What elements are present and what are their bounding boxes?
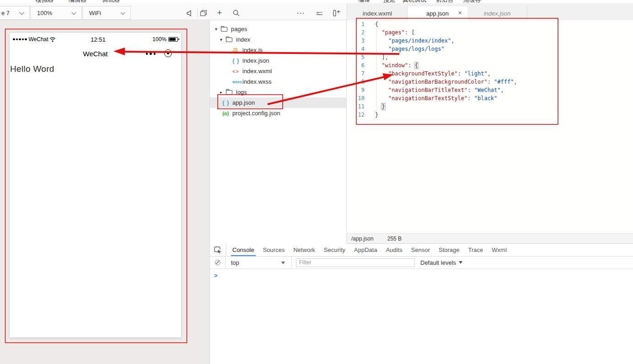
add-file-button[interactable]: + (214, 6, 225, 20)
phone-screen: WeChat 12:51 100% WeChat Hello Word (10, 33, 181, 337)
tree-item-index-wxss[interactable]: wxssindex.wxss (210, 76, 346, 87)
float-window-button[interactable] (198, 6, 209, 20)
console-prompt-icon[interactable]: > (214, 272, 218, 279)
menu-item-compile[interactable]: 编译 (358, 0, 370, 3)
tree-item-label: project.config.json (232, 110, 280, 117)
devtools-tab-security[interactable]: Security (322, 244, 347, 256)
capsule-more-button[interactable] (146, 53, 156, 55)
default-levels-label: Default levels (420, 259, 456, 266)
line-number: 3 (347, 37, 365, 45)
menu-item-real-device-debug[interactable]: 真机调试 (402, 0, 426, 3)
inspect-element-icon (214, 246, 222, 254)
menu-item-debugger[interactable]: 调试器 (102, 0, 120, 3)
code-editor[interactable]: 1{2 "pages": [3 "pages/index/index",4 "p… (347, 20, 633, 233)
menu-item-clear-cache[interactable]: 清缓存 (463, 0, 481, 3)
devtools-tab-wxml[interactable]: Wxml (490, 244, 508, 256)
tree-item-pages[interactable]: pages (210, 24, 346, 34)
line-number: 7 (347, 70, 365, 78)
mute-button[interactable] (184, 6, 196, 20)
signal-dots-icon (13, 38, 27, 41)
more-button[interactable]: ··· (295, 6, 307, 20)
inspect-button[interactable] (210, 244, 226, 256)
devtools-tab-appdata[interactable]: AppData (353, 244, 379, 256)
tab-label: index.wxml (363, 10, 392, 17)
expand-arrow-icon[interactable] (215, 27, 221, 32)
expand-arrow-icon[interactable] (220, 90, 226, 95)
tree-item-label: index.json (242, 57, 269, 64)
device-select-value: e 7 (1, 10, 10, 16)
code-line: 8 "navigationBarBackgroundColor": "#fff"… (347, 78, 633, 86)
sort-list-icon (316, 11, 323, 16)
default-levels-select[interactable]: Default levels (420, 259, 462, 266)
wechat-devtools-window: 模拟器编辑器调试器编译预览真机调试切后台清缓存 e 7 100% WiFi (0, 0, 633, 364)
tree-item-index[interactable]: index (210, 34, 346, 45)
chevron-down-icon (72, 11, 76, 15)
tree-item-app-json[interactable]: { }app.json (210, 97, 346, 108)
network-select-value: WiFi (89, 10, 101, 16)
devtools-tab-console[interactable]: Console (231, 244, 256, 256)
tree-item-logs[interactable]: logs (210, 87, 346, 97)
close-tab-icon[interactable]: × (458, 9, 462, 16)
devtools-tab-audits[interactable]: Audits (385, 244, 404, 256)
context-select[interactable]: top (225, 257, 292, 268)
collapse-sidebar-button[interactable] (330, 6, 343, 20)
menu-item-simulator[interactable]: 模拟器 (36, 0, 54, 3)
tree-item-index-wxml[interactable]: <>index.wxml (210, 66, 346, 76)
expand-arrow-icon[interactable] (220, 37, 226, 42)
json-icon: { } (232, 58, 240, 64)
line-number: 11 (347, 102, 365, 111)
header: 模拟器编辑器调试器编译预览真机调试切后台清缓存 e 7 100% WiFi (0, 0, 633, 20)
dropdown-arrow-icon (281, 262, 285, 264)
devtools-tab-storage[interactable]: Storage (437, 244, 461, 256)
dropdown-arrow-icon (459, 261, 462, 264)
collapse-panel-icon (333, 10, 341, 16)
simulator-panel: WeChat 12:51 100% WeChat Hello Word (0, 20, 210, 364)
code-line: 10 "navigationBarTextStyle": "black" (347, 94, 633, 102)
menu-item-preview[interactable]: 预览 (383, 0, 395, 3)
plus-icon: + (217, 8, 222, 18)
battery-percent-label: 100% (152, 36, 166, 43)
editor-tab-bar: index.wxml app.json × index.json (347, 3, 633, 20)
tree-item-label: app.json (232, 99, 255, 106)
folder-icon (226, 90, 232, 95)
clear-console-icon (215, 260, 220, 265)
tree-item-index-js[interactable]: JSindex.js (210, 45, 346, 55)
devtools-tab-trace[interactable]: Trace (467, 244, 485, 256)
restore-window-icon (200, 10, 207, 16)
tree-item-label: logs (236, 89, 247, 96)
capsule-exit-button[interactable] (164, 49, 172, 57)
devtools-tab-sources[interactable]: Sources (262, 244, 286, 256)
search-button[interactable] (230, 6, 242, 20)
tab-index-wxml[interactable]: index.wxml (348, 6, 408, 20)
code-line: 5 ], (347, 53, 633, 61)
tree-item-project-config-json[interactable]: {o}project.config.json (210, 108, 346, 118)
devtools-tab-sensor[interactable]: Sensor (410, 244, 431, 256)
line-number: 4 (347, 45, 365, 53)
search-icon (233, 10, 240, 16)
editor-status-bar: /app.json 255 B (347, 233, 633, 244)
code-line: 12} (347, 111, 633, 119)
zoom-select[interactable]: 100% (30, 6, 82, 20)
ellipsis-icon: ··· (297, 9, 305, 17)
menu-item-editor[interactable]: 编辑器 (69, 0, 86, 3)
code-line: 4 "pages/logs/logs" (347, 45, 633, 53)
code-line: 3 "pages/index/index", (347, 37, 633, 45)
speaker-icon (187, 10, 193, 16)
line-number: 6 (347, 61, 365, 70)
tab-app-json[interactable]: app.json × (408, 6, 467, 21)
tree-item-index-json[interactable]: { }index.json (210, 55, 346, 66)
clear-console-button[interactable] (210, 257, 225, 268)
devtools-tab-network[interactable]: Network (292, 244, 316, 256)
filter-input[interactable] (296, 258, 415, 267)
json-icon: { } (222, 100, 230, 106)
code-line: 6 "window": { (347, 61, 633, 70)
phone-nav-bar: WeChat (10, 46, 181, 62)
sort-button[interactable] (313, 6, 326, 20)
network-select[interactable]: WiFi (82, 6, 131, 20)
device-select[interactable]: e 7 (0, 6, 30, 20)
code-line: 7 "backgroundTextStyle": "light", (347, 70, 633, 78)
menu-item-switch-background[interactable]: 切后台 (436, 0, 454, 3)
file-tree-panel: pagesindexJSindex.js{ }index.json<>index… (210, 20, 347, 244)
indent-guide (376, 28, 377, 111)
tab-index-json[interactable]: index.json (467, 6, 527, 20)
